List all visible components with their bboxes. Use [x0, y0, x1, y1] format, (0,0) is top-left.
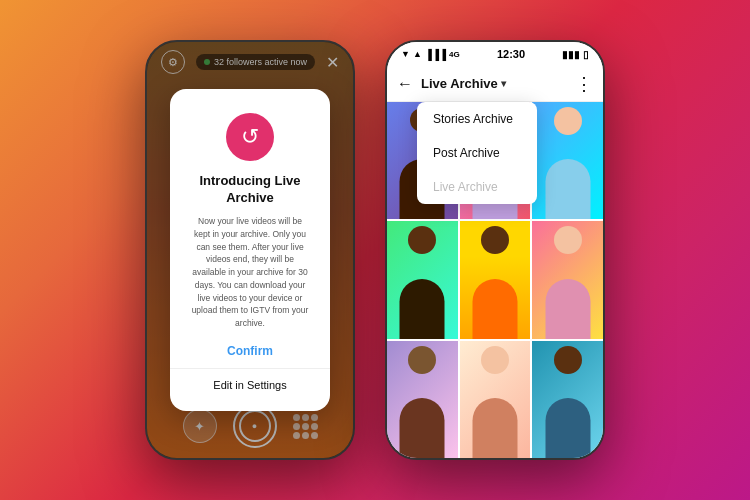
nav-chevron-icon: ▾: [501, 78, 506, 89]
dropdown-live-archive[interactable]: Live Archive: [417, 170, 537, 204]
grid-item-3[interactable]: [532, 102, 603, 219]
divider: [170, 368, 330, 369]
modal-title: Introducing Live Archive: [190, 173, 310, 207]
face-7: [408, 346, 436, 374]
modal-body: Now your live videos will be kept in you…: [190, 215, 310, 330]
grid-item-9[interactable]: [532, 341, 603, 458]
dropdown-post-archive[interactable]: Post Archive: [417, 136, 537, 170]
wifi-icon: ▲: [413, 49, 422, 59]
confirm-button[interactable]: Confirm: [190, 344, 310, 358]
body-6: [545, 279, 590, 339]
body-4: [400, 279, 445, 339]
status-bar: ▼ ▲ ▐▐▐ 4G 12:30 ▮▮▮ ▯: [387, 42, 603, 66]
body-8: [472, 398, 517, 458]
dropdown-menu: Stories Archive Post Archive Live Archiv…: [417, 102, 537, 204]
grid-item-4[interactable]: [387, 221, 458, 338]
face-3: [554, 107, 582, 135]
left-phone: ⚙ 32 followers active now ✕ ↺ Introducin…: [145, 40, 355, 460]
face-6: [554, 226, 582, 254]
lte-icon: 4G: [449, 50, 460, 59]
grid-item-6[interactable]: [532, 221, 603, 338]
body-7: [400, 398, 445, 458]
right-phone-screen: ▼ ▲ ▐▐▐ 4G 12:30 ▮▮▮ ▯ ← Live Archive ▾ …: [387, 42, 603, 458]
battery-icon: ▮▮▮ ▯: [562, 49, 589, 60]
left-phone-screen: ⚙ 32 followers active now ✕ ↺ Introducin…: [147, 42, 353, 458]
nav-bar: ← Live Archive ▾ ⋮: [387, 66, 603, 102]
face-4: [408, 226, 436, 254]
grid-item-5[interactable]: [460, 221, 531, 338]
body-3: [545, 159, 590, 219]
time-display: 12:30: [497, 48, 525, 60]
back-button[interactable]: ←: [397, 75, 413, 93]
body-9: [545, 398, 590, 458]
face-8: [481, 346, 509, 374]
archive-icon: ↺: [226, 113, 274, 161]
dropdown-stories-archive[interactable]: Stories Archive: [417, 102, 537, 136]
grid-item-8[interactable]: [460, 341, 531, 458]
right-phone: ▼ ▲ ▐▐▐ 4G 12:30 ▮▮▮ ▯ ← Live Archive ▾ …: [385, 40, 605, 460]
signal-icon: ▼: [401, 49, 410, 59]
body-5: [472, 279, 517, 339]
signal-icons: ▼ ▲ ▐▐▐ 4G: [401, 49, 460, 60]
more-options-button[interactable]: ⋮: [575, 73, 593, 95]
grid-item-7[interactable]: [387, 341, 458, 458]
modal-overlay: ↺ Introducing Live Archive Now your live…: [147, 42, 353, 458]
face-9: [554, 346, 582, 374]
face-5: [481, 226, 509, 254]
nav-title-text: Live Archive: [421, 76, 498, 91]
bars-icon: ▐▐▐: [425, 49, 446, 60]
battery-icons: ▮▮▮ ▯: [562, 49, 589, 60]
modal-card: ↺ Introducing Live Archive Now your live…: [170, 89, 330, 411]
settings-link[interactable]: Edit in Settings: [190, 379, 310, 391]
nav-title[interactable]: Live Archive ▾: [421, 76, 506, 91]
